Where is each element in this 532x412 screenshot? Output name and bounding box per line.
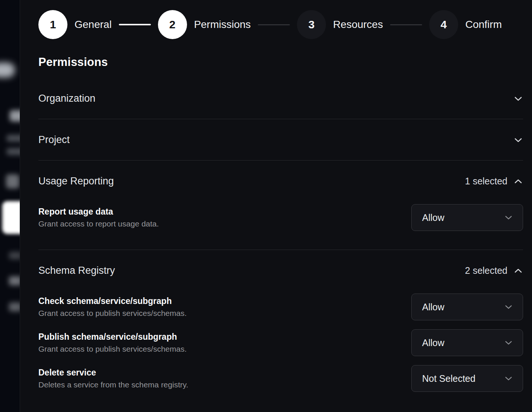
blurred-heading-text (10, 110, 20, 121)
blurred-text-line (9, 252, 20, 259)
permission-text: Report usage data Grant access to report… (38, 207, 159, 228)
background-page-strip (0, 0, 20, 412)
step-3-circle: 3 (297, 10, 326, 39)
permission-text: Check schema/service/subgraph Grant acce… (38, 296, 187, 318)
chevron-down-icon (504, 213, 513, 222)
blurred-text-line (7, 148, 20, 155)
step-resources[interactable]: 3 Resources (297, 10, 383, 39)
step-1-label: General (75, 19, 112, 31)
permission-row-report-usage-data: Report usage data Grant access to report… (38, 204, 523, 231)
page-title: Permissions (38, 56, 523, 69)
permission-text: Delete service Deletes a service from th… (38, 368, 188, 389)
section-usage-reporting-header[interactable]: Usage Reporting 1 selected (38, 175, 523, 187)
wizard-stepper: 1 General 2 Permissions 3 Resources 4 Co… (38, 10, 523, 39)
section-organization: Organization (38, 78, 523, 119)
chevron-up-icon (513, 177, 523, 186)
step-confirm[interactable]: 4 Confirm (429, 10, 502, 39)
blurred-icon-shape (6, 174, 19, 188)
permission-row-check-schema: Check schema/service/subgraph Grant acce… (38, 294, 523, 320)
select-value: Allow (422, 337, 444, 348)
step-2-label: Permissions (194, 19, 251, 31)
section-organization-header[interactable]: Organization (38, 93, 523, 104)
blurred-text-line (7, 135, 20, 142)
permission-title: Delete service (38, 368, 188, 378)
selected-count-badge: 2 selected (465, 265, 507, 276)
section-schema-registry-header[interactable]: Schema Registry 2 selected (38, 265, 523, 276)
chevron-down-icon (504, 338, 513, 347)
publish-schema-select[interactable]: Allow (411, 329, 523, 356)
permission-title: Publish schema/service/subgraph (38, 332, 187, 342)
blurred-pill-shape (0, 63, 15, 77)
section-title: Usage Reporting (38, 175, 114, 187)
permission-description: Grant access to publish services/schemas… (38, 345, 187, 354)
blurred-text-line (9, 276, 20, 285)
section-project: Project (38, 119, 523, 161)
step-4-label: Confirm (465, 19, 502, 31)
section-title: Project (38, 134, 70, 146)
chevron-down-icon (513, 94, 523, 104)
create-key-wizard-panel: 1 General 2 Permissions 3 Resources 4 Co… (20, 0, 532, 412)
blurred-text-line (9, 302, 20, 311)
step-2-circle: 2 (158, 10, 187, 39)
chevron-down-icon (513, 135, 523, 145)
stepper-connector (390, 24, 422, 25)
blurred-white-card (2, 201, 20, 234)
step-1-circle: 1 (38, 10, 67, 39)
permission-title: Report usage data (38, 207, 159, 217)
permission-row-delete-service: Delete service Deletes a service from th… (38, 365, 523, 392)
selected-count-badge: 1 selected (465, 176, 507, 187)
section-schema-registry: Schema Registry 2 selected Check schema/… (38, 250, 523, 399)
app-root: 1 General 2 Permissions 3 Resources 4 Co… (0, 0, 532, 412)
step-3-label: Resources (333, 19, 383, 31)
delete-service-select[interactable]: Not Selected (411, 365, 523, 392)
permission-description: Grant access to report usage data. (38, 219, 159, 228)
section-title: Schema Registry (38, 265, 115, 276)
report-usage-data-select[interactable]: Allow (411, 204, 523, 231)
chevron-down-icon (504, 374, 513, 383)
permission-row-publish-schema: Publish schema/service/subgraph Grant ac… (38, 329, 523, 356)
select-value: Allow (422, 302, 444, 313)
step-permissions[interactable]: 2 Permissions (158, 10, 251, 39)
select-value: Not Selected (422, 373, 475, 384)
permission-text: Publish schema/service/subgraph Grant ac… (38, 332, 187, 354)
permission-sections: Organization Project (38, 78, 523, 399)
section-title: Organization (38, 93, 95, 104)
permission-description: Grant access to publish services/schemas… (38, 309, 187, 318)
stepper-connector (258, 24, 290, 25)
step-4-circle: 4 (429, 10, 458, 39)
chevron-up-icon (513, 266, 523, 276)
permission-title: Check schema/service/subgraph (38, 296, 187, 306)
chevron-down-icon (504, 302, 513, 311)
select-value: Allow (422, 212, 444, 223)
stepper-connector-active (119, 24, 151, 25)
permission-description: Deletes a service from the schema regist… (38, 380, 188, 389)
section-usage-reporting: Usage Reporting 1 selected Report usage … (38, 161, 523, 250)
section-project-header[interactable]: Project (38, 134, 523, 146)
check-schema-select[interactable]: Allow (411, 294, 523, 320)
step-general[interactable]: 1 General (38, 10, 112, 39)
